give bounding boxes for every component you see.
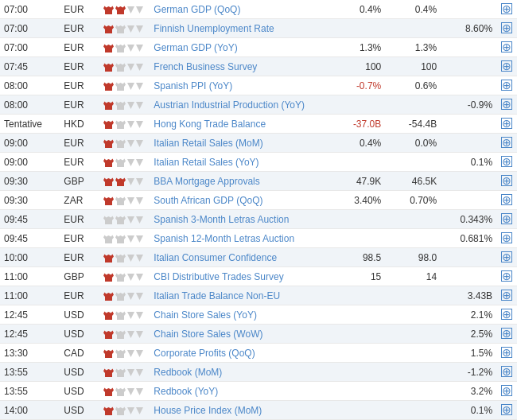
add-button[interactable]: ⊕ xyxy=(501,194,512,205)
event-time: 10:00 xyxy=(0,248,60,267)
add-button[interactable]: ⊕ xyxy=(501,290,512,301)
add-to-watchlist[interactable]: ⊕ xyxy=(496,134,517,153)
add-to-watchlist[interactable]: ⊕ xyxy=(496,115,517,134)
event-link[interactable]: German GDP (QoQ) xyxy=(154,4,240,15)
add-to-watchlist[interactable]: ⊕ xyxy=(496,363,517,382)
add-button[interactable]: ⊕ xyxy=(501,118,512,129)
event-link[interactable]: German GDP (YoY) xyxy=(154,42,237,53)
add-to-watchlist[interactable]: ⊕ xyxy=(496,95,517,115)
event-name[interactable]: South African GDP (QoQ) xyxy=(150,191,329,210)
add-to-watchlist[interactable]: ⊕ xyxy=(496,0,517,19)
event-name[interactable]: French Business Survey xyxy=(150,57,329,76)
event-name[interactable]: Italian Consumer Confidence xyxy=(150,248,329,267)
event-name[interactable]: Hong Kong Trade Balance xyxy=(150,115,329,134)
add-to-watchlist[interactable]: ⊕ xyxy=(496,325,517,344)
add-to-watchlist[interactable]: ⊕ xyxy=(496,38,517,57)
add-button[interactable]: ⊕ xyxy=(501,156,512,167)
event-forecast: 0.6% xyxy=(385,76,441,95)
event-name[interactable]: Corporate Profits (QoQ) xyxy=(150,344,329,363)
add-to-watchlist[interactable]: ⊕ xyxy=(496,191,517,210)
event-name[interactable]: Spanish PPI (YoY) xyxy=(150,76,329,95)
add-to-watchlist[interactable]: ⊕ xyxy=(496,267,517,286)
add-button[interactable]: ⊕ xyxy=(501,175,512,186)
economic-calendar-table: 07:00 EUR German GDP (QoQ) 0.4% 0.4% ⊕ 0… xyxy=(0,0,517,420)
add-to-watchlist[interactable]: ⊕ xyxy=(496,172,517,191)
add-to-watchlist[interactable]: ⊕ xyxy=(496,76,517,95)
event-name[interactable]: Finnish Unemployment Rate xyxy=(150,19,329,38)
event-name[interactable]: German GDP (QoQ) xyxy=(150,0,329,19)
add-button[interactable]: ⊕ xyxy=(501,213,512,224)
add-to-watchlist[interactable]: ⊕ xyxy=(496,401,517,420)
add-button[interactable]: ⊕ xyxy=(501,366,512,377)
add-to-watchlist[interactable]: ⊕ xyxy=(496,248,517,267)
event-link[interactable]: BBA Mortgage Approvals xyxy=(154,176,259,187)
add-button[interactable]: ⊕ xyxy=(501,251,512,262)
event-name[interactable]: Redbook (YoY) xyxy=(150,382,329,401)
add-button[interactable]: ⊕ xyxy=(501,99,512,110)
event-name[interactable]: Austrian Industrial Production (YoY) xyxy=(150,95,329,115)
add-to-watchlist[interactable]: ⊕ xyxy=(496,286,517,305)
event-link[interactable]: CBI Distributive Trades Survey xyxy=(154,271,283,282)
event-name[interactable]: German GDP (YoY) xyxy=(150,38,329,57)
event-link[interactable]: Chain Store Sales (YoY) xyxy=(154,309,257,321)
svg-marker-32 xyxy=(127,312,134,319)
svg-marker-43 xyxy=(136,407,143,414)
add-to-watchlist[interactable]: ⊕ xyxy=(496,57,517,76)
event-name[interactable]: BBA Mortgage Approvals xyxy=(150,172,329,191)
add-to-watchlist[interactable]: ⊕ xyxy=(496,210,517,229)
add-button[interactable]: ⊕ xyxy=(501,385,512,396)
add-button[interactable]: ⊕ xyxy=(501,328,512,339)
event-name[interactable]: House Price Index (MoM) xyxy=(150,401,329,420)
event-link[interactable]: Spanish 3-Month Letras Auction xyxy=(154,214,289,225)
add-to-watchlist[interactable]: ⊕ xyxy=(496,344,517,363)
event-name[interactable]: Italian Trade Balance Non-EU xyxy=(150,286,329,305)
event-link[interactable]: Italian Retail Sales (MoM) xyxy=(154,138,262,149)
event-impact xyxy=(99,305,150,325)
add-button[interactable]: ⊕ xyxy=(501,22,512,33)
event-link[interactable]: Redbook (MoM) xyxy=(154,367,222,378)
event-link[interactable]: Chain Store Sales (WoW) xyxy=(154,329,262,340)
event-name[interactable]: Italian Retail Sales (YoY) xyxy=(150,153,329,172)
add-to-watchlist[interactable]: ⊕ xyxy=(496,382,517,401)
event-forecast xyxy=(385,153,441,172)
add-button[interactable]: ⊕ xyxy=(501,347,512,358)
event-name[interactable]: CBI Distributive Trades Survey xyxy=(150,267,329,286)
event-link[interactable]: Corporate Profits (QoQ) xyxy=(154,348,255,359)
event-name[interactable]: Chain Store Sales (WoW) xyxy=(150,325,329,344)
event-link[interactable]: Hong Kong Trade Balance xyxy=(154,119,266,130)
event-link[interactable]: Italian Trade Balance Non-EU xyxy=(154,290,280,301)
add-to-watchlist[interactable]: ⊕ xyxy=(496,153,517,172)
table-row: 07:45 EUR French Business Survey 100 100… xyxy=(0,57,517,76)
event-currency: EUR xyxy=(60,229,98,248)
event-link[interactable]: Redbook (YoY) xyxy=(154,386,218,397)
event-link[interactable]: Spanish PPI (YoY) xyxy=(154,80,232,91)
event-name[interactable]: Redbook (MoM) xyxy=(150,363,329,382)
event-link[interactable]: Italian Retail Sales (YoY) xyxy=(154,157,258,168)
add-to-watchlist[interactable]: ⊕ xyxy=(496,305,517,325)
add-button[interactable]: ⊕ xyxy=(501,41,512,52)
event-link[interactable]: Austrian Industrial Production (YoY) xyxy=(154,99,305,111)
add-button[interactable]: ⊕ xyxy=(501,60,512,72)
event-name[interactable]: Spanish 3-Month Letras Auction xyxy=(150,210,329,229)
event-link[interactable]: South African GDP (QoQ) xyxy=(154,195,262,206)
event-previous xyxy=(441,267,496,286)
event-name[interactable]: Italian Retail Sales (MoM) xyxy=(150,134,329,153)
event-link[interactable]: Spanish 12-Month Letras Auction xyxy=(154,233,294,244)
event-link[interactable]: Finnish Unemployment Rate xyxy=(154,23,274,34)
event-link[interactable]: French Business Survey xyxy=(154,61,257,72)
add-button[interactable]: ⊕ xyxy=(501,404,512,415)
add-button[interactable]: ⊕ xyxy=(501,270,512,282)
add-button[interactable]: ⊕ xyxy=(501,137,512,148)
add-button[interactable]: ⊕ xyxy=(501,309,512,320)
event-time: 12:45 xyxy=(0,325,60,344)
add-to-watchlist[interactable]: ⊕ xyxy=(496,19,517,38)
event-name[interactable]: Spanish 12-Month Letras Auction xyxy=(150,229,329,248)
event-impact xyxy=(99,153,150,172)
event-name[interactable]: Chain Store Sales (YoY) xyxy=(150,305,329,325)
event-link[interactable]: House Price Index (MoM) xyxy=(154,405,262,416)
add-button[interactable]: ⊕ xyxy=(501,80,512,91)
add-button[interactable]: ⊕ xyxy=(501,232,512,243)
event-link[interactable]: Italian Consumer Confidence xyxy=(154,252,277,263)
add-button[interactable]: ⊕ xyxy=(501,3,512,14)
add-to-watchlist[interactable]: ⊕ xyxy=(496,229,517,248)
